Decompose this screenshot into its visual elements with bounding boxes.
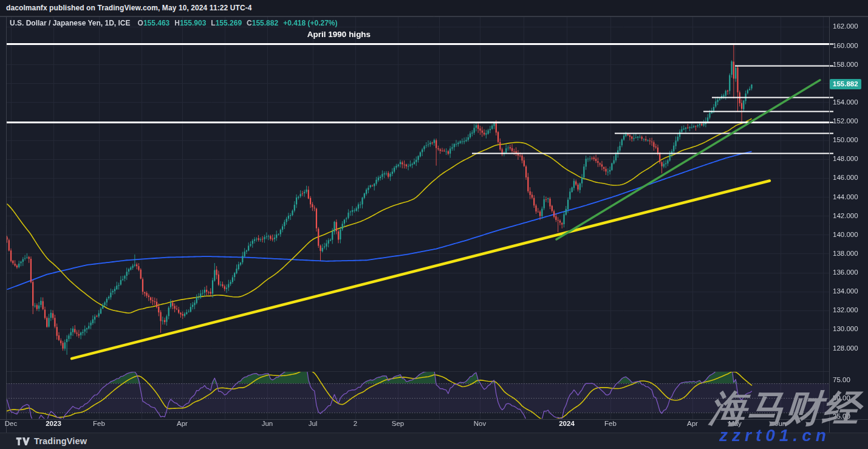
price-axis-label: 128.000 [833, 344, 858, 352]
last-price-badge: 155.882 [830, 79, 861, 89]
time-axis-label: Nov [466, 420, 493, 427]
price-axis-label: 146.000 [833, 174, 858, 181]
price-axis-label: 144.000 [833, 193, 858, 201]
price-axis-label: 154.000 [833, 98, 858, 106]
price-axis-label: 132.000 [833, 306, 858, 314]
time-axis-label: Jun [254, 420, 281, 427]
time-axis-label: Dec [0, 420, 24, 427]
open-label: O [138, 19, 143, 27]
publisher-text: dacolmanfx published on TradingView.com,… [6, 4, 252, 12]
high-value: 155.903 [180, 19, 206, 27]
price-axis-label: 150.000 [833, 136, 858, 143]
price-axis-label: 142.000 [833, 212, 858, 219]
symbol-legend[interactable]: U.S. Dollar / Japanese Yen, 1D, ICEO155.… [10, 19, 338, 27]
time-axis-label: 2023 [40, 420, 67, 427]
price-axis-label: 152.000 [833, 117, 858, 125]
tradingview-logo-text: TradingView [34, 436, 87, 446]
time-axis-label: Feb [597, 420, 624, 427]
time-axis-label: 2024 [553, 420, 580, 427]
price-chart-canvas[interactable] [0, 0, 868, 449]
publisher-bar: dacolmanfx published on TradingView.com,… [0, 0, 868, 16]
high-label: H [174, 19, 180, 27]
time-axis-label: Apr [169, 420, 196, 427]
close-label: C [247, 19, 252, 27]
watermark-url: zzrt01.cn [719, 426, 830, 445]
time-axis-label: Jul [299, 420, 326, 427]
time-axis-label: Sep [384, 420, 411, 427]
symbol-title: U.S. Dollar / Japanese Yen, 1D, ICE [10, 19, 131, 27]
close-value: 155.882 [252, 19, 278, 27]
tradingview-logo[interactable]: TradingView [16, 436, 87, 446]
low-label: L [211, 19, 215, 27]
price-axis-label: 158.000 [833, 61, 858, 68]
tradingview-published-chart: dacolmanfx published on TradingView.com,… [0, 0, 868, 449]
time-axis-label: Apr [679, 420, 706, 427]
tradingview-logo-icon [16, 437, 30, 446]
price-axis-label: 148.000 [833, 155, 858, 162]
price-axis-label: 134.000 [833, 287, 858, 295]
price-axis-label: 136.000 [833, 269, 858, 276]
price-axis-label: 138.000 [833, 250, 858, 257]
price-axis-label: 162.000 [833, 22, 858, 30]
open-value: 155.463 [143, 19, 169, 27]
annotation-april-1990-highs[interactable]: April 1990 highs [284, 30, 394, 39]
rsi-axis-label: 75.00 [833, 376, 850, 383]
time-axis-label: Feb [86, 420, 112, 427]
price-axis-label: 160.000 [833, 42, 858, 49]
price-axis-label: 140.000 [833, 231, 858, 238]
price-axis-label: 130.000 [833, 325, 858, 332]
low-value: 155.269 [216, 19, 242, 27]
change-value: +0.418 (+0.27%) [283, 19, 337, 27]
time-axis-label: 2 [342, 420, 369, 427]
